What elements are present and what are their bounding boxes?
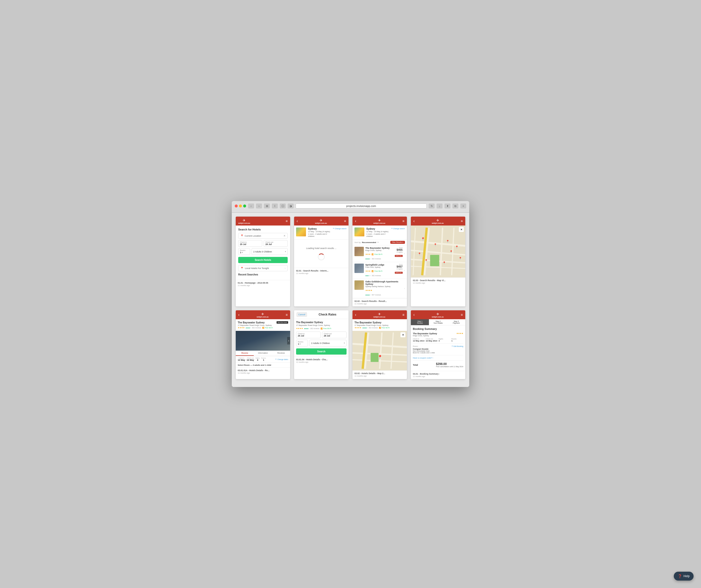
reviews-1: 362 reviews <box>372 258 381 260</box>
new-tab-button[interactable]: + <box>460 204 466 209</box>
screen-03-02-caption: 03.02 - Hotels Details - Map 2... 11 mon… <box>353 370 407 378</box>
filter-results-button[interactable]: Filter Results ▾ <box>390 241 405 244</box>
edit-dates-link[interactable]: ✏ Change dates <box>275 358 288 360</box>
refresh-button[interactable]: ↻ <box>429 204 435 209</box>
step-payment[interactable]: Step 3Payment <box>447 319 465 325</box>
location-text: Current Location <box>245 235 261 237</box>
hotel-result-2[interactable]: Springfield Lodge Potts Point, Sydney ★★… <box>353 262 407 279</box>
location-icon: 📍 <box>240 234 243 237</box>
hotel-result-1[interactable]: The Bayswater Sydney Kings Cross, Sydney… <box>353 245 407 262</box>
local-hotels-button[interactable]: 📍 Local Hotels For Tonight › <box>238 265 288 271</box>
bs-edit-booking-link[interactable]: ✏ Edit Booking <box>452 345 463 347</box>
wifi-badge-5: 📶 Free Wi-Fi <box>262 327 273 329</box>
back-button[interactable]: ‹ <box>248 204 254 209</box>
menu-icon-3[interactable]: ≡ <box>403 219 405 223</box>
minimize-traffic-light[interactable] <box>239 205 242 208</box>
rooms-value: 1 ▾ <box>240 251 248 254</box>
hotel-map-close-button[interactable]: ✕ <box>401 332 406 337</box>
cr-rooms[interactable]: Rooms 1 ▾ <box>296 340 308 346</box>
screen-02-01-caption: 02.01 - Search Results - Interm... 11 mo… <box>294 268 348 276</box>
map-thumb-2 <box>296 228 306 236</box>
address-bar[interactable]: projects.invisionapp.com <box>295 204 427 209</box>
bottom-screens-grid: ‹ ✈ webjet.com.au ≡ The Bayswater Sydney… <box>236 310 465 379</box>
cr-search-button[interactable]: Search <box>296 348 346 355</box>
hotel-result-3[interactable]: Oaks Goldsbrough Apartments Sydney Sydne… <box>353 279 407 298</box>
back-icon-7[interactable]: ‹ <box>355 313 356 317</box>
menu-icon-7[interactable]: ≡ <box>403 313 405 317</box>
menu-icon-1[interactable]: ≡ <box>286 219 288 223</box>
wifi-badge-2: 📶 Free Wi-Fi <box>372 270 383 272</box>
back-icon-4[interactable]: ‹ <box>413 219 415 223</box>
tab-reviews[interactable]: Reviews <box>272 351 290 356</box>
cr-checkin[interactable]: Check in 25 Jul <box>296 332 320 338</box>
hotel-info-2: Sydney 12 May - 15 May (4 nights) 1 room… <box>308 228 331 237</box>
image-next-button[interactable]: › <box>287 337 290 344</box>
caption-title-5: 03.01.01A - Hotels Details - Ro... <box>238 369 288 372</box>
menu-icon-5[interactable]: ≡ <box>286 313 288 317</box>
coupon-row: Have a coupon code? › <box>413 355 463 360</box>
nights-2: 4 nights <box>395 268 403 270</box>
tabs-button[interactable]: ⧉ <box>452 204 458 209</box>
checkin-field[interactable]: Check in 25 Jul <box>238 240 262 247</box>
hotel-big-image: › <box>236 331 290 351</box>
map-view-area[interactable]: 📍 📍 📍 📍 📍 📍 📍 📍 📍 ✕ <box>411 226 465 277</box>
share-button[interactable]: ⬆ <box>445 204 450 209</box>
sort-value[interactable]: Recommended <box>362 241 376 244</box>
map-close-button[interactable]: ✕ <box>459 227 464 232</box>
rooms-field[interactable]: Rooms 1 ▾ <box>238 248 250 255</box>
result-name-3: Oaks Goldsbrough Apartments Sydney <box>365 280 401 285</box>
plane-icon-5: ✈ <box>261 312 264 316</box>
date-row: Check in 25 Jul Check out 28 Jul <box>238 240 288 247</box>
checkout-field[interactable]: Check out 28 Jul <box>264 240 288 247</box>
step-your-details[interactable]: Step 2Your Details <box>429 319 447 325</box>
back-icon-3[interactable]: ‹ <box>355 219 356 223</box>
map-svg: 📍 📍 📍 📍 📍 📍 📍 📍 📍 <box>411 226 465 277</box>
cr-checkout-value: 28 Jul <box>324 335 345 337</box>
menu-icon-8[interactable]: ≡ <box>461 313 463 317</box>
cr-checkout-label: Check out <box>324 333 345 335</box>
menu-icon-4[interactable]: ≡ <box>461 219 463 223</box>
cr-guests[interactable]: 2 Adults 0 Children ▾ <box>309 340 346 346</box>
caption-title-7: 03.02 - Hotels Details - Map 2... <box>355 372 405 375</box>
back-icon-8[interactable]: ‹ <box>413 313 415 317</box>
help-label: Help <box>683 574 690 578</box>
clear-location-button[interactable]: ✕ <box>283 234 285 237</box>
bs-checkin-label: Check in <box>413 338 425 340</box>
info-button[interactable]: ⓘ <box>280 204 286 209</box>
location-input[interactable]: 📍 Current Location ✕ <box>238 233 288 239</box>
download-button[interactable]: ↓ <box>437 204 443 209</box>
caption-title-6: 03.01.04 - Hotels Details - Cha... <box>296 358 346 361</box>
help-fab-button[interactable]: ❓ Help <box>674 572 694 581</box>
tab-rooms[interactable]: Rooms <box>236 351 254 356</box>
bib-nights: Nights 4 <box>255 357 260 361</box>
close-traffic-light[interactable] <box>235 205 238 208</box>
back-icon-5[interactable]: ‹ <box>238 313 239 317</box>
dark-mode-button[interactable]: ◑ <box>288 204 294 209</box>
stars-7: ★★★★ <box>355 327 362 329</box>
change-search-btn-2[interactable]: ✏ Change search <box>333 228 346 230</box>
cancel-button[interactable]: Cancel <box>296 312 307 317</box>
hotel-map-area[interactable]: 📍 ✕ <box>353 331 407 370</box>
reader-button[interactable]: ⊞ <box>264 204 270 209</box>
loading-area: Loading hotel search results ... <box>294 240 348 268</box>
bib-checkin: Check in 12 May <box>238 357 245 361</box>
hotel-detail-name: The Bayswater Sydney <box>238 321 272 324</box>
back-icon-2[interactable]: ‹ <box>296 219 298 223</box>
reviews-5: 362 reviews <box>252 327 261 329</box>
tab-information[interactable]: Information <box>254 351 272 356</box>
cr-checkout[interactable]: Check out 28 Jul <box>322 332 346 338</box>
dates-3: 12 May - 15 May (4 nights) <box>366 231 389 233</box>
cr-hotel-addr: 17 Bayswater Road Kings Cross, Sydney <box>296 324 346 326</box>
guests-field[interactable]: 2 Adults 0 Children ▾ <box>252 248 288 255</box>
change-search-btn-3[interactable]: ✏ Change search <box>391 228 405 230</box>
coupon-link[interactable]: Have a coupon code? › <box>413 357 463 359</box>
search-hotels-button[interactable]: Search Hotels <box>238 257 288 263</box>
fullscreen-traffic-light[interactable] <box>243 205 246 208</box>
hotel-thumb-3 <box>355 280 364 290</box>
cr-hotel-name: The Bayswater Sydney <box>296 321 346 324</box>
forward-button[interactable]: › <box>256 204 262 209</box>
logo-text-2: webjet.com.au <box>315 222 327 224</box>
text-cursor-button[interactable]: I <box>272 204 278 209</box>
step-review[interactable]: Step 1Review <box>411 319 429 325</box>
menu-icon-2[interactable]: ≡ <box>344 219 346 223</box>
